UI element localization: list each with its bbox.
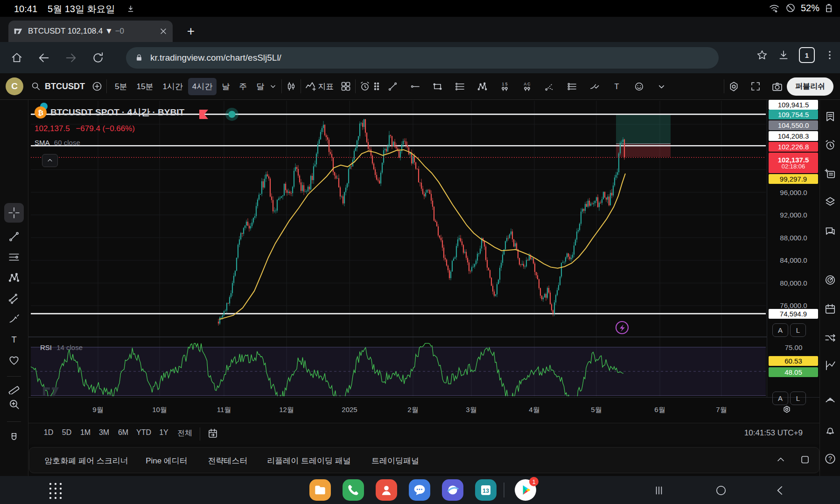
xabcd-pattern-tool[interactable] (8, 272, 20, 284)
tab-close-icon[interactable] (159, 27, 168, 36)
new-tab-button[interactable]: + (183, 23, 199, 39)
rectangle-tool-button[interactable] (432, 81, 443, 92)
drag-handle[interactable] (373, 81, 380, 91)
interval-button-5분[interactable]: 5분 (111, 78, 131, 95)
interval-button-1시간[interactable]: 1시간 (158, 78, 187, 95)
range-button-1D[interactable]: 1D (44, 428, 53, 437)
app-drawer-button[interactable] (48, 482, 63, 502)
xabcd-pattern-button[interactable] (477, 81, 488, 92)
alert-button[interactable] (359, 81, 371, 92)
rsi-trade-button-A[interactable]: A (772, 392, 788, 405)
phone-app[interactable] (343, 479, 364, 501)
crosshair-tool[interactable] (4, 203, 24, 223)
chat-button[interactable] (824, 225, 836, 238)
text-tool-button[interactable]: T (611, 81, 622, 92)
parallel-channel-tool[interactable] (8, 292, 20, 304)
rsi-legend[interactable]: RSI 14 close (40, 343, 83, 351)
layout-grid-button[interactable] (340, 81, 351, 92)
chevron-down-button[interactable] (656, 81, 667, 92)
interval-button-15분[interactable]: 15분 (132, 78, 157, 95)
bookmark-star-icon[interactable] (756, 49, 768, 61)
emoji-tool-button[interactable] (634, 81, 644, 92)
indicators-button[interactable]: 지표 (305, 81, 334, 92)
symbol-search-button[interactable]: BTCUSDT (31, 81, 85, 91)
rsi-trade-button-L[interactable]: L (790, 392, 806, 405)
home-button[interactable] (7, 48, 27, 68)
messages-app[interactable] (409, 479, 430, 501)
interval-button-주[interactable]: 주 (235, 78, 251, 95)
home-button[interactable] (715, 484, 727, 497)
journal-plus-button[interactable] (824, 168, 836, 180)
fullscreen-button[interactable] (750, 81, 761, 92)
range-button-3M[interactable]: 3M (99, 428, 109, 437)
target-button[interactable] (824, 274, 836, 286)
position-ac-button[interactable]: A C (522, 81, 532, 92)
range-button-YTD[interactable]: YTD (136, 428, 151, 437)
help-button[interactable]: ? (824, 453, 836, 465)
dotted-trend-button[interactable] (544, 81, 555, 92)
heart-tool[interactable] (8, 354, 20, 366)
compare-add-button[interactable] (91, 81, 103, 92)
range-button-1M[interactable]: 1M (80, 428, 91, 437)
maximize-panel-button[interactable] (799, 454, 811, 465)
panel-tab[interactable]: 트레이딩패널 (371, 455, 419, 466)
interval-button-달[interactable]: 달 (252, 78, 268, 95)
recents-button[interactable] (653, 484, 665, 497)
time-axis[interactable]: 9월10월11월12월20252월3월4월5월6월7월 (28, 397, 819, 423)
user-avatar[interactable]: C (6, 77, 23, 95)
bell-button[interactable] (824, 424, 836, 436)
settings-button[interactable] (728, 81, 740, 92)
browser-tab[interactable]: BTCUSDT 102,108.4 ▼ −0 (8, 21, 173, 42)
text-tool-tool[interactable]: T (8, 334, 20, 346)
interval-chevron-button[interactable] (268, 82, 278, 91)
horizontal-ray-button[interactable] (410, 81, 420, 92)
zoom-in-tool[interactable] (8, 398, 20, 410)
watchlist-button[interactable] (824, 111, 836, 123)
range-button-1Y[interactable]: 1Y (159, 428, 168, 437)
chart-trade-button-L[interactable]: L (790, 323, 806, 337)
publish-button[interactable]: 퍼블리쉬 (787, 77, 833, 96)
interval-button-날[interactable]: 날 (217, 78, 234, 95)
trend-line-button[interactable] (387, 81, 398, 92)
candle-style-button[interactable] (286, 81, 297, 92)
legend-title-row[interactable]: ₿ BTCUSDT SPOT · 4시간 · BYBIT (35, 106, 184, 119)
panel-tab[interactable]: 리플레이 트레이딩 패널 (267, 455, 350, 466)
object-tree-button[interactable] (824, 196, 836, 208)
ruler-tool[interactable] (8, 382, 20, 394)
axis-settings-button[interactable] (781, 404, 792, 415)
clock[interactable]: 10:41:53 UTC+9 (744, 428, 803, 438)
brush-tool[interactable] (8, 313, 20, 325)
forward-button[interactable] (61, 48, 81, 68)
tab-count-button[interactable]: 1 (799, 47, 815, 63)
calendar-app-app[interactable]: 13 (475, 479, 497, 501)
panel-tab[interactable]: 전략테스터 (208, 455, 248, 466)
range-button-전체[interactable]: 전체 (177, 428, 192, 438)
position-15-button[interactable]: 1 5 (499, 81, 510, 92)
go-to-date-button[interactable] (207, 428, 218, 439)
range-button-5D[interactable]: 5D (62, 428, 71, 437)
magnet-tool[interactable] (8, 432, 20, 444)
streams-button[interactable] (824, 332, 836, 344)
back-button[interactable] (774, 484, 786, 497)
dotted-levels-button[interactable] (567, 81, 577, 92)
calendar-button[interactable] (824, 303, 836, 315)
brush-check-button[interactable] (589, 81, 600, 92)
horizontal-lines-tool[interactable] (8, 251, 20, 263)
signal-button[interactable] (824, 392, 836, 405)
legend-sma-row[interactable]: SMA 60 close (35, 139, 184, 147)
back-button[interactable] (34, 48, 54, 68)
alert-clock-button[interactable] (824, 139, 836, 151)
internet-app[interactable] (442, 479, 463, 501)
snapshot-button[interactable] (771, 81, 783, 92)
panel-tab[interactable]: Pine 에디터 (146, 455, 188, 466)
reload-button[interactable] (88, 48, 108, 68)
panel-tab[interactable]: 암호화폐 페어 스크리너 (44, 455, 128, 466)
collapse-panel-button[interactable] (775, 454, 786, 465)
levels-button[interactable] (455, 81, 465, 92)
contacts-app[interactable] (376, 479, 397, 501)
interval-button-4시간[interactable]: 4시간 (188, 78, 217, 95)
range-button-6M[interactable]: 6M (118, 428, 128, 437)
chart-trade-button-A[interactable]: A (772, 323, 788, 337)
url-omnibox[interactable]: kr.tradingview.com/chart/esSlj5Ll/ (126, 47, 719, 69)
forecast-button[interactable] (824, 359, 836, 371)
